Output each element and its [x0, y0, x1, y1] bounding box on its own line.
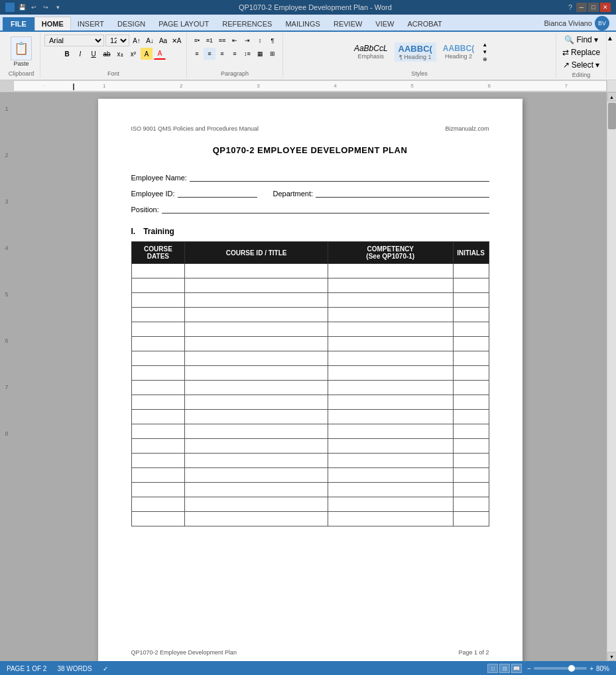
- table-row[interactable]: [131, 410, 489, 424]
- table-row[interactable]: [131, 351, 489, 366]
- ribbon-collapse-button[interactable]: ▲: [607, 34, 613, 42]
- change-case-button[interactable]: Aa: [157, 34, 169, 46]
- font-group: Arial 12 A↑ A↓ Aa ✕A B I U ab x₂ x²: [40, 33, 187, 78]
- styles-scroll[interactable]: ▲ ▼ ⊕: [481, 42, 489, 62]
- cell-init[interactable]: [453, 264, 489, 278]
- paragraph-group: ≡• ≡1 ≡≡ ⇤ ⇥ ↕ ¶ ≡ ≡ ≡ ≡ ↕≡ ▦ ⊞: [187, 33, 283, 78]
- find-dropdown-icon: ▾: [594, 35, 598, 44]
- numbering-button[interactable]: ≡1: [204, 34, 216, 46]
- web-layout-button[interactable]: ⊡: [499, 664, 510, 673]
- zoom-track[interactable]: [534, 667, 587, 670]
- scroll-down-button[interactable]: ▼: [607, 652, 617, 661]
- undo-icon[interactable]: ↩: [29, 3, 38, 12]
- position-label: Position:: [131, 206, 159, 214]
- table-row[interactable]: [131, 381, 489, 395]
- font-color-button[interactable]: A: [154, 48, 166, 60]
- tab-view[interactable]: VIEW: [369, 17, 400, 31]
- underline-button[interactable]: U: [88, 48, 99, 60]
- tab-review[interactable]: REVIEW: [327, 17, 369, 31]
- vertical-scrollbar[interactable]: ▲ ▼: [607, 92, 616, 661]
- redo-icon[interactable]: ↪: [41, 3, 50, 12]
- employee-id-field[interactable]: [178, 187, 257, 198]
- borders-button[interactable]: ⊞: [267, 48, 278, 60]
- position-field[interactable]: [162, 203, 489, 214]
- table-row[interactable]: [131, 337, 489, 351]
- table-row[interactable]: [131, 424, 489, 439]
- department-field[interactable]: [316, 187, 489, 198]
- tab-insert[interactable]: INSERT: [71, 17, 111, 31]
- align-right-button[interactable]: ≡: [216, 48, 228, 60]
- close-button[interactable]: ✕: [600, 3, 611, 12]
- help-button[interactable]: ?: [568, 3, 572, 11]
- select-button[interactable]: ↗ Select ▾: [561, 60, 602, 70]
- table-row[interactable]: [131, 439, 489, 454]
- sort-button[interactable]: ↕: [254, 34, 266, 46]
- justify-button[interactable]: ≡: [229, 48, 241, 60]
- superscript-button[interactable]: x²: [127, 48, 139, 60]
- zoom-out-button[interactable]: −: [527, 665, 531, 672]
- decrease-indent-button[interactable]: ⇤: [229, 34, 241, 46]
- bullets-button[interactable]: ≡•: [191, 34, 203, 46]
- minimize-button[interactable]: ─: [576, 3, 587, 12]
- tab-references[interactable]: REFERENCES: [216, 17, 278, 31]
- maximize-button[interactable]: □: [588, 3, 599, 12]
- italic-button[interactable]: I: [74, 48, 86, 60]
- grow-font-button[interactable]: A↑: [131, 34, 143, 46]
- align-left-button[interactable]: ≡: [191, 48, 203, 60]
- scroll-thumb[interactable]: [608, 103, 616, 129]
- multilevel-button[interactable]: ≡≡: [216, 34, 228, 46]
- find-button[interactable]: 🔍 Find ▾: [562, 34, 599, 45]
- save-icon[interactable]: 💾: [17, 3, 27, 12]
- table-row[interactable]: [131, 366, 489, 381]
- table-row[interactable]: [131, 308, 489, 322]
- cell-comp[interactable]: [328, 264, 453, 278]
- scroll-up-button[interactable]: ▲: [607, 92, 617, 101]
- cell-title[interactable]: [185, 264, 328, 278]
- align-center-button[interactable]: ≡: [204, 48, 216, 60]
- table-row[interactable]: [131, 322, 489, 337]
- table-row[interactable]: [131, 454, 489, 468]
- print-layout-button[interactable]: □: [487, 664, 498, 673]
- font-size-select[interactable]: 12: [105, 34, 129, 46]
- employee-name-field[interactable]: [190, 171, 489, 182]
- increase-indent-button[interactable]: ⇥: [241, 34, 253, 46]
- table-row[interactable]: [131, 278, 489, 293]
- clear-format-button[interactable]: ✕A: [170, 34, 182, 46]
- zoom-in-button[interactable]: +: [589, 665, 593, 672]
- document-page[interactable]: ISO 9001 QMS Policies and Procedures Man…: [98, 99, 523, 661]
- zoom-control[interactable]: − + 80%: [527, 665, 609, 672]
- table-row[interactable]: [131, 293, 489, 308]
- table-row[interactable]: [131, 264, 489, 278]
- paste-button[interactable]: 📋 Paste: [7, 35, 36, 68]
- table-row[interactable]: [131, 483, 489, 497]
- style-heading2[interactable]: AABBC( Heading 2: [439, 42, 478, 61]
- main-area: 1 2 3 4 5 6 7 8 ISO 9001 QMS Policies an…: [0, 92, 616, 661]
- shrink-font-button[interactable]: A↓: [144, 34, 156, 46]
- tab-design[interactable]: DESIGN: [111, 17, 152, 31]
- tab-file[interactable]: FILE: [3, 17, 34, 31]
- text-highlight-button[interactable]: A: [141, 48, 153, 60]
- proofing-icon[interactable]: ✓: [103, 665, 108, 672]
- tab-page-layout[interactable]: PAGE LAYOUT: [152, 17, 216, 31]
- tab-mailings[interactable]: MAILINGS: [278, 17, 327, 31]
- find-icon: 🔍: [564, 35, 574, 44]
- table-row[interactable]: [131, 395, 489, 410]
- style-heading1[interactable]: AABBC( ¶ Heading 1: [395, 42, 436, 62]
- strikethrough-button[interactable]: ab: [101, 48, 113, 60]
- font-family-select[interactable]: Arial: [44, 34, 104, 46]
- tab-acrobat[interactable]: ACROBAT: [400, 17, 448, 31]
- customize-icon[interactable]: ▾: [53, 3, 62, 12]
- shading-button[interactable]: ▦: [254, 48, 266, 60]
- tab-home[interactable]: HOME: [34, 17, 71, 31]
- replace-button[interactable]: ⇄ Replace: [560, 47, 602, 58]
- line-spacing-button[interactable]: ↕≡: [241, 48, 253, 60]
- read-mode-button[interactable]: 📖: [511, 664, 522, 673]
- subscript-button[interactable]: x₂: [114, 48, 126, 60]
- table-row[interactable]: [131, 512, 489, 526]
- show-hide-button[interactable]: ¶: [267, 34, 278, 46]
- style-emphasis[interactable]: AaBbCcL Emphasis: [350, 42, 392, 61]
- bold-button[interactable]: B: [61, 48, 73, 60]
- table-row[interactable]: [131, 468, 489, 483]
- table-row[interactable]: [131, 497, 489, 512]
- cell-dates[interactable]: [131, 264, 185, 278]
